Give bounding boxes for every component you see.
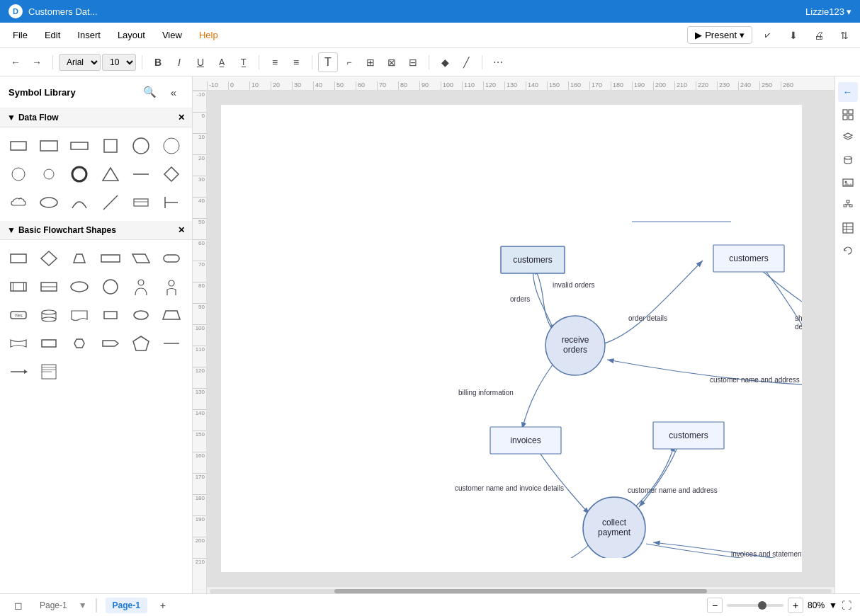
table-button[interactable] — [838, 218, 858, 238]
close-section2-icon[interactable]: ✕ — [178, 225, 185, 235]
shape-circle-outline3[interactable] — [36, 161, 62, 187]
fc-person2[interactable] — [159, 274, 184, 300]
present-button[interactable]: ▶ Present ▾ — [687, 26, 752, 44]
fc-note[interactable] — [36, 359, 62, 384]
fc-divided-rect[interactable] — [36, 274, 62, 300]
align-left-button[interactable]: ≡ — [265, 52, 285, 72]
page-tab-active[interactable]: Page-1 — [106, 598, 147, 613]
page-tab-inactive[interactable]: Page-1 — [34, 598, 73, 613]
italic-button[interactable]: I — [169, 52, 189, 72]
fc-parallelogram[interactable] — [128, 246, 154, 271]
text-bg-button[interactable]: T̲ — [233, 52, 253, 72]
fc-circle[interactable] — [98, 274, 123, 300]
line-button[interactable]: ╱ — [456, 52, 476, 72]
redo-button[interactable]: → — [27, 52, 47, 72]
image-button[interactable] — [838, 173, 858, 193]
shape-cloud[interactable] — [6, 190, 31, 215]
shape-arc[interactable] — [67, 190, 92, 215]
menu-layout[interactable]: Layout — [111, 27, 152, 43]
menu-edit[interactable]: Edit — [38, 27, 67, 43]
connector-button[interactable]: ⌐ — [339, 52, 359, 72]
underline-button[interactable]: U — [191, 52, 210, 72]
fc-diamond[interactable] — [36, 246, 62, 271]
database-button[interactable] — [838, 150, 858, 170]
fullscreen-button[interactable]: ⛶ — [842, 600, 851, 611]
shape-rectangle-sm[interactable] — [6, 133, 31, 159]
shape-triangle[interactable] — [98, 161, 123, 187]
shape-ellipse-h[interactable] — [36, 190, 62, 215]
user-menu[interactable]: Lizzie123 ▾ — [805, 6, 851, 17]
history-button[interactable] — [838, 241, 858, 261]
shape-rectangle-wide[interactable] — [67, 133, 92, 159]
share-icon-btn[interactable]: ⇅ — [834, 25, 854, 45]
canvas[interactable]: orders invalid orders order details appl… — [207, 91, 834, 593]
zoom-slider[interactable] — [727, 604, 783, 607]
shape-bracket[interactable] — [159, 190, 184, 215]
undo-button[interactable]: ← — [6, 52, 26, 72]
scrollbar-thumb[interactable] — [334, 589, 708, 593]
shape-diamond[interactable] — [159, 161, 184, 187]
clear-format-button[interactable]: ⊟ — [403, 52, 423, 72]
fc-bow-rect[interactable] — [6, 331, 31, 356]
fc-rect-plain[interactable] — [36, 331, 62, 356]
page-layout-icon[interactable]: ◻ — [9, 595, 28, 615]
shape-circle-outline1[interactable] — [159, 133, 184, 159]
fc-person[interactable] — [128, 274, 154, 300]
fc-rect-wide[interactable] — [98, 246, 123, 271]
zoom-out-button[interactable]: − — [707, 598, 723, 613]
fc-trapezoid[interactable] — [67, 246, 92, 271]
scrollbar-track[interactable] — [210, 589, 832, 593]
menu-insert[interactable]: Insert — [70, 27, 108, 43]
add-page-button[interactable]: + — [153, 595, 173, 615]
fc-small-rect[interactable] — [98, 302, 123, 328]
menu-help[interactable]: Help — [192, 27, 225, 43]
fc-trapezoid2[interactable] — [159, 302, 184, 328]
shape-line-diag[interactable] — [98, 190, 123, 215]
shape-circle[interactable] — [128, 133, 154, 159]
font-family-select[interactable]: Arial — [59, 54, 101, 71]
shape-rectangle-md[interactable] — [36, 133, 62, 159]
zoom-thumb[interactable] — [758, 601, 766, 610]
fc-line-h[interactable] — [159, 331, 184, 356]
font-color-button[interactable]: A̲ — [212, 52, 232, 72]
fc-wave[interactable] — [67, 302, 92, 328]
data-flow-section-header[interactable]: ▼ Data Flow ✕ — [0, 108, 192, 127]
fill-color-button[interactable]: ◆ — [435, 52, 455, 72]
fc-rounded-tag[interactable]: Yes — [6, 302, 31, 328]
font-size-select[interactable]: 10 — [102, 54, 136, 71]
fc-arrow-line[interactable] — [6, 359, 31, 384]
save-icon-btn[interactable]: 🗸 — [758, 25, 778, 45]
search-icon[interactable]: 🔍 — [140, 82, 159, 102]
diagram-canvas[interactable]: orders invalid orders order details appl… — [221, 105, 802, 572]
fc-rectangle[interactable] — [6, 246, 31, 271]
org-chart-button[interactable] — [838, 195, 858, 215]
menu-view[interactable]: View — [155, 27, 189, 43]
fc-ellipse[interactable] — [67, 274, 92, 300]
shape-circle-outline2[interactable] — [6, 161, 31, 187]
text-mode-button[interactable]: T — [318, 52, 338, 72]
align-center-button[interactable]: ≡ — [286, 52, 306, 72]
fc-rounded-rect[interactable] — [159, 246, 184, 271]
back-arrow-button[interactable]: ← — [838, 82, 858, 102]
shape-rect-lines[interactable] — [128, 190, 154, 215]
flowchart-section-header[interactable]: ▼ Basic Flowchart Shapes ✕ — [0, 221, 192, 240]
download-icon-btn[interactable]: ⬇ — [783, 25, 803, 45]
menu-file[interactable]: File — [6, 27, 35, 43]
bold-button[interactable]: B — [148, 52, 168, 72]
layers-button[interactable] — [838, 127, 858, 147]
fc-rounded-sm[interactable] — [128, 302, 154, 328]
more-options-button[interactable]: ⋯ — [488, 52, 508, 72]
horizontal-scrollbar[interactable] — [207, 586, 834, 593]
fc-arrow-right[interactable] — [98, 331, 123, 356]
collapse-icon[interactable]: « — [164, 82, 183, 102]
zoom-dropdown-icon[interactable]: ▼ — [829, 600, 837, 610]
shape-line-h[interactable] — [128, 161, 154, 187]
page-dropdown-icon[interactable]: ▼ — [79, 600, 87, 610]
fc-pentagon[interactable] — [128, 331, 154, 356]
format-button[interactable]: ⊞ — [361, 52, 380, 72]
print-icon-btn[interactable]: 🖨 — [809, 25, 829, 45]
copy-format-button[interactable]: ⊠ — [382, 52, 402, 72]
shape-circle-thick[interactable] — [67, 161, 92, 187]
close-section-icon[interactable]: ✕ — [178, 113, 185, 122]
shape-rectangle-tall[interactable] — [98, 133, 123, 159]
